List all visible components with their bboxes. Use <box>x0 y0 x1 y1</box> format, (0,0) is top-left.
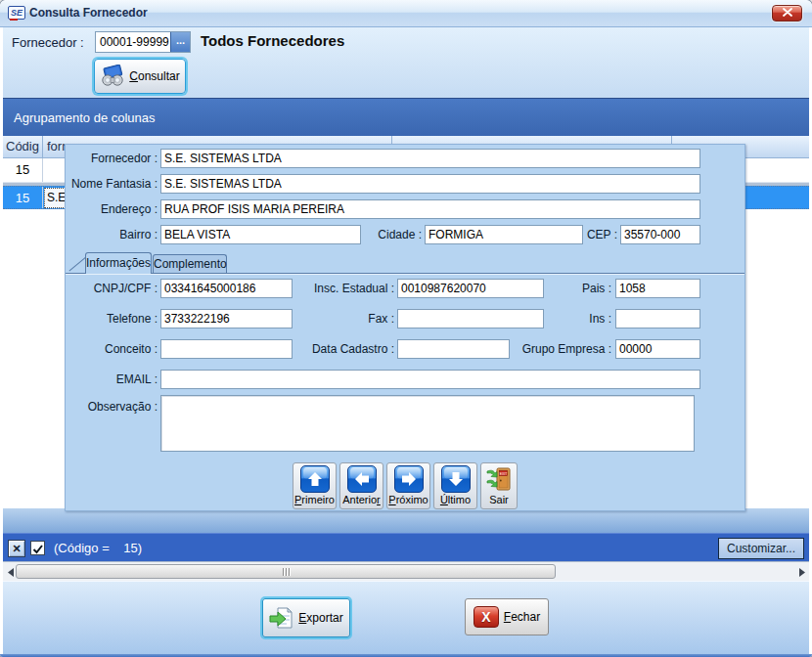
arrow-up-icon <box>300 465 330 493</box>
titlebar[interactable]: SE Consulta Fornecedor <box>0 0 812 27</box>
ultimo-label: Último <box>440 494 471 505</box>
lower-band <box>3 508 809 533</box>
fornecedor-range-label: Fornecedor : <box>12 35 84 50</box>
primeiro-button[interactable]: Primeiro <box>293 462 337 509</box>
cep-field[interactable]: 35570-000 <box>620 225 700 244</box>
fechar-button[interactable]: X Fechar <box>465 598 549 635</box>
record-navigation: Primeiro Anterior Próximo Último <box>66 462 744 509</box>
triangle-right-icon <box>799 568 805 577</box>
exportar-label: Exportar <box>298 611 342 625</box>
consulta-fornecedor-window: SE Consulta Fornecedor Fornecedor : 0000… <box>0 0 812 657</box>
arrow-left-icon <box>347 465 377 493</box>
telefone-field[interactable]: 3733222196 <box>160 309 293 328</box>
endereco-label: Endereço : <box>66 199 158 219</box>
ins-label: Ins : <box>535 309 611 328</box>
cnpj-field[interactable]: 03341645000186 <box>160 279 293 298</box>
fornecedor-label: Fornecedor : <box>66 149 158 168</box>
observacao-textarea[interactable] <box>160 395 695 452</box>
arrow-right-icon <box>394 465 424 493</box>
data-cadastro-label: Data Cadastro : <box>300 339 394 359</box>
arrow-down-icon <box>441 465 471 493</box>
pais-field[interactable]: 1058 <box>615 279 700 298</box>
consultar-button[interactable]: Consultar <box>94 59 186 94</box>
tab-complemento[interactable]: Complemento <box>153 254 227 273</box>
app-icon: SE <box>8 6 25 22</box>
close-x-icon: X <box>474 606 499 628</box>
observacao-label: Observação : <box>66 397 158 416</box>
thumb-grip <box>289 568 290 576</box>
binoculars-book-icon <box>100 65 125 88</box>
footer-panel: Exportar X Fechar <box>3 581 809 654</box>
bairro-label: Bairro : <box>66 225 158 244</box>
cidade-label: Cidade : <box>361 225 422 244</box>
horizontal-scrollbar[interactable] <box>3 561 809 581</box>
fechar-label: Fechar <box>504 610 540 624</box>
tab-strip-highlight <box>66 274 744 275</box>
column-header-codigo[interactable]: Códig <box>3 136 43 158</box>
filter-close-button[interactable]: ✕ <box>8 540 25 557</box>
email-label: EMAIL : <box>66 370 158 389</box>
cell-codigo[interactable]: 15 <box>3 158 43 182</box>
cell-codigo[interactable]: 15 <box>3 187 43 208</box>
proximo-label: Próximo <box>388 494 428 505</box>
nome-fantasia-label: Nome Fantasia : <box>66 174 158 194</box>
svg-text:SE: SE <box>11 8 23 18</box>
exit-door-icon: EXIT <box>484 465 514 493</box>
group-panel: Agrupamento de colunas <box>3 98 809 136</box>
cidade-field[interactable]: FORMIGA <box>425 225 583 244</box>
insc-estadual-label: Insc. Estadual : <box>300 279 394 298</box>
close-icon <box>783 8 792 17</box>
data-cadastro-field[interactable] <box>397 339 510 359</box>
fornecedor-range-value[interactable]: 00001-99999 <box>96 32 170 52</box>
sair-label: Sair <box>489 494 509 505</box>
email-field[interactable] <box>160 370 700 389</box>
conceito-label: Conceito : <box>66 339 158 359</box>
insc-estadual-field[interactable]: 0010987620070 <box>397 279 544 298</box>
export-document-icon <box>269 606 294 630</box>
cnpj-label: CNPJ/CPF : <box>66 279 158 298</box>
browse-ellipsis-button[interactable]: ... <box>170 32 190 52</box>
tab-informacoes[interactable]: Informações <box>85 252 152 274</box>
fornecedor-range-field[interactable]: 00001-99999 ... <box>95 31 191 53</box>
ins-field[interactable] <box>615 309 700 328</box>
cep-label: CEP : <box>579 225 617 244</box>
customizar-button[interactable]: Customizar... <box>718 538 804 559</box>
check-icon <box>31 543 44 555</box>
conceito-field[interactable] <box>160 339 293 359</box>
endereco-field[interactable]: RUA PROF ISIS MARIA PEREIRA <box>160 199 700 219</box>
detail-panel: Fornecedor : S.E. SISTEMAS LTDA Nome Fan… <box>65 144 745 511</box>
consultar-label: Consultar <box>129 69 179 83</box>
exportar-button[interactable]: Exportar <box>262 598 350 637</box>
anterior-label: Anterior <box>342 494 381 505</box>
sair-button[interactable]: EXIT Sair <box>480 462 518 509</box>
fax-field[interactable] <box>397 309 544 328</box>
telefone-label: Telefone : <box>66 309 158 328</box>
window-title: Consulta Fornecedor <box>29 0 148 26</box>
filter-checkbox[interactable] <box>30 541 45 555</box>
scroll-right-arrow[interactable] <box>795 564 808 580</box>
grupo-empresa-label: Grupo Empresa : <box>496 339 611 359</box>
filter-bar: ✕ (Código = 15) Customizar... <box>3 533 809 561</box>
proximo-button[interactable]: Próximo <box>386 462 430 509</box>
anterior-button[interactable]: Anterior <box>339 462 383 509</box>
group-panel-label: Agrupamento de colunas <box>14 110 156 125</box>
nome-fantasia-field[interactable]: S.E. SISTEMAS LTDA <box>160 174 700 194</box>
close-button[interactable] <box>772 5 802 22</box>
fax-label: Fax : <box>300 309 394 328</box>
triangle-left-icon <box>8 568 14 577</box>
fornecedor-field[interactable]: S.E. SISTEMAS LTDA <box>160 149 700 168</box>
toolbar: Fornecedor : 00001-99999 ... Todos Forne… <box>3 27 809 98</box>
svg-text:EXIT: EXIT <box>500 472 508 476</box>
grupo-empresa-field[interactable]: 00000 <box>615 339 700 359</box>
scrollbar-thumb[interactable] <box>16 564 556 579</box>
thumb-grip <box>286 568 287 576</box>
bairro-field[interactable]: BELA VISTA <box>160 225 361 244</box>
primeiro-label: Primeiro <box>294 494 335 505</box>
pais-label: Pais : <box>535 279 611 298</box>
filter-expression: (Código = 15) <box>54 534 142 562</box>
thumb-grip <box>283 568 284 576</box>
ultimo-button[interactable]: Último <box>433 462 477 509</box>
todos-fornecedores-caption: Todos Fornecedores <box>201 32 344 49</box>
